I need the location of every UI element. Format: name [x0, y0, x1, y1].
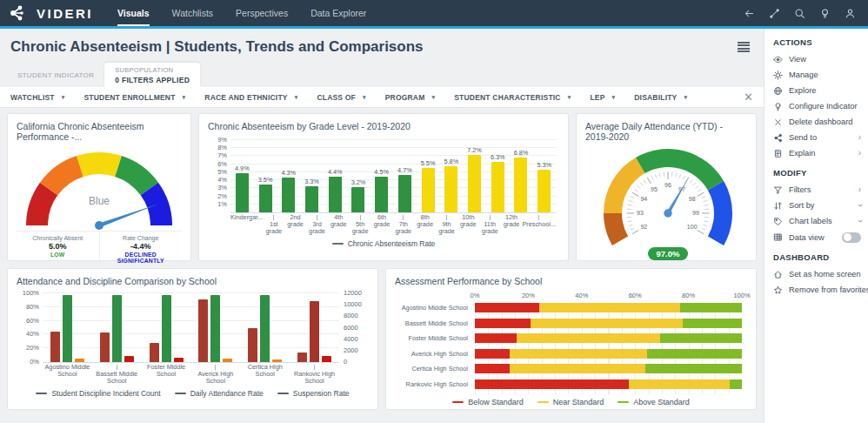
data-view-toggle[interactable]	[842, 232, 861, 243]
bar[interactable]	[329, 177, 342, 212]
close-icon[interactable]: ✕	[744, 91, 753, 103]
ca-performance-gauge[interactable]: Blue	[17, 144, 182, 236]
bar-segment[interactable]	[683, 319, 742, 328]
nav-tab-watchlists[interactable]: Watchlists	[172, 0, 213, 26]
action-explain[interactable]: Explain›	[773, 145, 861, 161]
bar[interactable]	[198, 299, 208, 362]
bar[interactable]	[322, 356, 331, 362]
search-icon[interactable]	[794, 8, 805, 19]
stacked-bar[interactable]	[475, 364, 742, 373]
chevron-down-icon: ›	[855, 219, 864, 222]
filter-lep[interactable]: LEP▾	[590, 93, 615, 102]
bar[interactable]	[297, 352, 307, 362]
average-daily-attendance-gauge[interactable]: 929394959697989910097.0%	[585, 144, 747, 267]
back-icon[interactable]	[744, 8, 755, 19]
modify-chart-labels[interactable]: Chart labels›	[773, 213, 861, 229]
bar[interactable]	[50, 332, 60, 362]
trend-icon[interactable]	[769, 8, 780, 19]
bar-segment[interactable]	[680, 303, 742, 312]
bar[interactable]	[75, 359, 84, 362]
modify-data-view[interactable]: Data view	[773, 229, 861, 245]
nav-tab-visuals[interactable]: Visuals	[117, 0, 150, 26]
dashboard-remove-favorites[interactable]: Remove from favorites	[773, 282, 861, 298]
stacked-bar[interactable]	[475, 349, 742, 359]
stacked-bar[interactable]	[475, 319, 742, 328]
bar[interactable]	[422, 168, 435, 212]
filter-bar: WATCHLIST▾ STUDENT ENROLLMENT▾ RACE AND …	[0, 87, 764, 108]
bar[interactable]	[248, 328, 257, 363]
bar[interactable]	[468, 155, 481, 212]
bar-segment[interactable]	[730, 379, 742, 389]
bar-segment[interactable]	[510, 364, 646, 373]
bar[interactable]	[272, 359, 282, 362]
bar[interactable]	[260, 295, 270, 362]
dashboard-set-home[interactable]: Set as home screen	[773, 266, 861, 282]
filter-student-enrollment[interactable]: STUDENT ENROLLMENT▾	[83, 93, 185, 102]
bar[interactable]	[259, 185, 272, 212]
action-view[interactable]: View	[773, 51, 861, 67]
bar[interactable]	[514, 158, 527, 212]
menu-icon[interactable]	[736, 38, 751, 56]
modify-filters[interactable]: Filters›	[773, 182, 861, 198]
modify-sort-by[interactable]: Sort by›	[773, 198, 861, 213]
bar-segment[interactable]	[475, 333, 517, 343]
tab-student-indicator[interactable]: STUDENT INDICATOR	[7, 64, 104, 87]
nav-tab-perspectives[interactable]: Perspectives	[236, 0, 288, 26]
bar-segment[interactable]	[475, 303, 539, 312]
bar[interactable]	[124, 356, 134, 362]
bar[interactable]	[375, 177, 388, 213]
action-delete-dashboard[interactable]: Delete dashboard	[773, 114, 861, 130]
bar[interactable]	[112, 295, 122, 362]
filter-watchlist[interactable]: WATCHLIST▾	[10, 93, 64, 102]
bar[interactable]	[310, 301, 319, 362]
bar-segment[interactable]	[660, 333, 742, 343]
bar[interactable]	[223, 359, 232, 362]
bar-segment[interactable]	[475, 319, 531, 328]
grade-level-bar-chart[interactable]: 1%2%3%4%5%6%7%8%9%4.9%3.5%4.3%3.3%4.4%3.…	[208, 140, 559, 236]
bar[interactable]	[398, 175, 411, 212]
bar-segment[interactable]	[475, 349, 510, 359]
bar[interactable]	[491, 162, 504, 212]
stacked-bar[interactable]	[475, 379, 742, 389]
bar-segment[interactable]	[510, 349, 647, 359]
bar[interactable]	[162, 295, 171, 362]
bar[interactable]	[150, 343, 159, 362]
stacked-bar[interactable]	[475, 303, 742, 312]
x-tick-label: 7th grade	[392, 214, 414, 236]
bar[interactable]	[174, 358, 184, 362]
bar[interactable]	[351, 187, 364, 213]
bar[interactable]	[100, 332, 110, 362]
action-explore[interactable]: Explore	[773, 83, 861, 98]
filter-student-characteristic[interactable]: STUDENT CHARACTERISTIC▾	[454, 93, 571, 102]
bar[interactable]	[305, 186, 318, 212]
filter-disability[interactable]: DISABILITY▾	[634, 93, 687, 102]
action-configure-indicator[interactable]: Configure Indicator	[773, 98, 861, 114]
action-manage[interactable]: Manage	[773, 67, 861, 83]
school-comparison-bar-chart[interactable]: 0%20%40%60%80%100%0200040006000800010000…	[17, 293, 369, 386]
action-send-to[interactable]: Send to›	[773, 130, 861, 145]
bar-segment[interactable]	[647, 349, 742, 359]
y-tick-label: Foster Middle School	[395, 333, 475, 349]
bar-segment[interactable]	[475, 379, 629, 389]
assessment-stacked-bar-chart[interactable]: Agostino Middle SchoolBassett Middle Sch…	[395, 292, 747, 394]
bar-segment[interactable]	[629, 379, 731, 389]
bar-segment[interactable]	[531, 319, 683, 328]
bar[interactable]	[210, 295, 220, 362]
filter-class-of[interactable]: CLASS OF▾	[317, 93, 365, 102]
filter-program[interactable]: PROGRAM▾	[385, 93, 436, 102]
nav-tab-data-explorer[interactable]: Data Explorer	[310, 0, 366, 26]
bar[interactable]	[537, 170, 551, 212]
bar[interactable]	[282, 178, 295, 212]
bar[interactable]	[236, 173, 249, 212]
lightbulb-icon[interactable]	[819, 8, 831, 19]
bar-segment[interactable]	[475, 364, 510, 373]
stacked-bar[interactable]	[475, 333, 742, 343]
user-icon[interactable]	[845, 8, 856, 19]
filter-race-and-ethnicity[interactable]: RACE AND ETHNICITY▾	[204, 93, 297, 102]
bar[interactable]	[63, 295, 72, 362]
bar-segment[interactable]	[517, 333, 661, 343]
bar[interactable]	[444, 166, 457, 212]
bar-segment[interactable]	[645, 364, 742, 373]
bar-segment[interactable]	[539, 303, 681, 312]
tab-subpopulation[interactable]: SUBPOPULATION 0 FILTERS APPLIED	[104, 63, 200, 87]
